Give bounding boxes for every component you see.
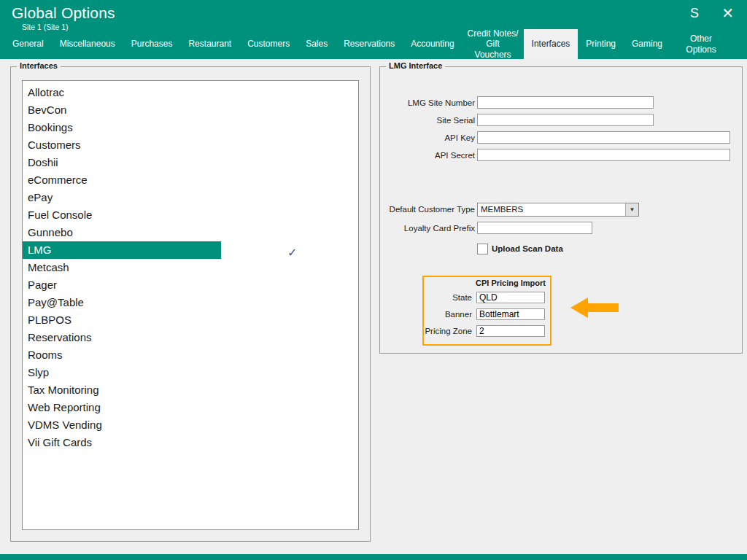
list-item-allotrac[interactable]: Allotrac	[23, 84, 358, 101]
window-bottom-border	[0, 554, 747, 560]
default-customer-type-label: Default Customer Type	[382, 203, 475, 216]
list-item-lmg[interactable]: LMG	[23, 241, 221, 259]
check-icon: ✓	[287, 246, 297, 260]
list-item-pager[interactable]: Pager	[23, 276, 358, 294]
tab-other-options[interactable]: Other Options	[670, 29, 732, 59]
s-button[interactable]: S	[690, 6, 699, 21]
list-item-bevcon[interactable]: BevCon	[23, 101, 358, 119]
list-item-rooms[interactable]: Rooms	[23, 346, 358, 364]
lmg-interface-group-label: LMG Interface	[386, 61, 445, 70]
lmg-site-number-label: LMG Site Number	[382, 97, 475, 109]
cpi-pricing-import-box: CPI Pricing Import State Banner Pricing …	[422, 276, 551, 346]
interfaces-groupbox: Interfaces Allotrac BevCon Bookings Cust…	[10, 66, 371, 542]
cpi-pricing-import-title: CPI Pricing Import	[476, 279, 546, 287]
arrow-left-annotation	[570, 297, 620, 319]
titlebar: Global Options Site 1 (Site 1) S ✕ Gener…	[0, 0, 747, 59]
list-item-web-reporting[interactable]: Web Reporting	[23, 399, 358, 416]
tab-interfaces[interactable]: Interfaces	[524, 29, 578, 59]
tab-accounting[interactable]: Accounting	[403, 29, 462, 59]
list-item-fuel-console[interactable]: Fuel Console	[23, 206, 358, 224]
list-item-slyp[interactable]: Slyp	[23, 364, 358, 381]
list-item-pay-at-table[interactable]: Pay@Table	[23, 294, 358, 311]
cpi-banner-input[interactable]	[476, 308, 545, 320]
site-serial-input[interactable]	[477, 114, 654, 126]
tab-general[interactable]: General	[4, 29, 52, 59]
tab-bar: General Miscellaneous Purchases Restaura…	[4, 29, 732, 59]
lmg-site-number-input[interactable]	[477, 96, 654, 109]
lmg-interface-groupbox: LMG Interface LMG Site Number Site Seria…	[379, 66, 743, 354]
list-item-epay[interactable]: ePay	[23, 189, 358, 206]
tab-sales[interactable]: Sales	[298, 29, 336, 59]
default-customer-type-select[interactable]: MEMBERS ▼	[477, 203, 639, 217]
tab-purchases[interactable]: Purchases	[123, 29, 181, 59]
list-item-tax-monitoring[interactable]: Tax Monitoring	[23, 381, 358, 399]
api-secret-label: API Secret	[382, 149, 475, 162]
tab-miscellaneous[interactable]: Miscellaneous	[52, 29, 123, 59]
default-customer-type-value: MEMBERS	[481, 205, 523, 214]
list-item-vdms-vending[interactable]: VDMS Vending	[23, 416, 358, 434]
interfaces-group-label: Interfaces	[17, 61, 61, 70]
chevron-down-icon[interactable]: ▼	[625, 203, 638, 216]
tab-credit-notes-gift-vouchers[interactable]: Credit Notes/ Gift Vouchers	[462, 29, 524, 59]
list-item-metcash[interactable]: Metcash	[23, 259, 358, 276]
list-item-reservations[interactable]: Reservations	[23, 329, 358, 346]
tab-gaming[interactable]: Gaming	[624, 29, 670, 59]
list-item-customers[interactable]: Customers	[23, 136, 358, 154]
api-secret-input[interactable]	[477, 149, 730, 161]
list-item-ecommerce[interactable]: eCommerce	[23, 171, 358, 189]
close-icon[interactable]: ✕	[721, 4, 734, 22]
list-item-doshii[interactable]: Doshii	[23, 154, 358, 171]
cpi-state-input[interactable]	[476, 292, 545, 303]
tab-reservations[interactable]: Reservations	[336, 29, 403, 59]
window-title: Global Options	[12, 4, 115, 22]
list-item-bookings[interactable]: Bookings	[23, 119, 358, 136]
cpi-banner-label: Banner	[424, 308, 472, 321]
upload-scan-data-label: Upload Scan Data	[492, 244, 563, 253]
list-item-plbpos[interactable]: PLBPOS	[23, 311, 358, 329]
cpi-state-label: State	[424, 292, 472, 304]
content-area: Interfaces Allotrac BevCon Bookings Cust…	[0, 59, 747, 554]
loyalty-card-prefix-label: Loyalty Card Prefix	[382, 222, 475, 235]
loyalty-card-prefix-input[interactable]	[477, 222, 592, 234]
cpi-pricing-zone-label: Pricing Zone	[424, 325, 472, 338]
api-key-input[interactable]	[477, 131, 730, 144]
tab-restaurant[interactable]: Restaurant	[180, 29, 239, 59]
list-item-vii-gift-cards[interactable]: Vii Gift Cards	[23, 434, 358, 451]
interfaces-list: Allotrac BevCon Bookings Customers Doshi…	[22, 80, 359, 530]
site-serial-label: Site Serial	[382, 114, 475, 127]
cpi-pricing-zone-input[interactable]	[476, 325, 545, 337]
tab-customers[interactable]: Customers	[239, 29, 298, 59]
tab-printing[interactable]: Printing	[578, 29, 624, 59]
list-item-gunnebo[interactable]: Gunnebo	[23, 224, 358, 241]
api-key-label: API Key	[382, 132, 475, 144]
upload-scan-data-checkbox[interactable]	[477, 244, 488, 254]
